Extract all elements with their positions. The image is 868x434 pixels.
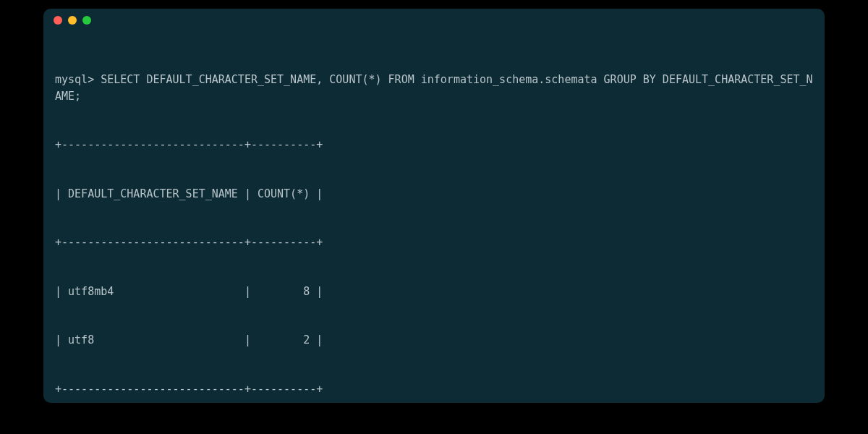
- table-header-row: | DEFAULT_CHARACTER_SET_NAME | COUNT(*) …: [55, 186, 813, 203]
- executed-query-text: SELECT DEFAULT_CHARACTER_SET_NAME, COUNT…: [55, 73, 813, 103]
- table-row: | utf8mb4 | 8 |: [55, 284, 813, 300]
- prompt-label: mysql>: [55, 73, 94, 86]
- terminal-output[interactable]: mysql> SELECT DEFAULT_CHARACTER_SET_NAME…: [43, 32, 825, 403]
- terminal-window[interactable]: mysql> SELECT DEFAULT_CHARACTER_SET_NAME…: [43, 9, 825, 403]
- maximize-icon[interactable]: [82, 16, 91, 25]
- table-border-bottom: +----------------------------+----------…: [55, 381, 813, 398]
- window-titlebar: [43, 9, 825, 32]
- table-border-top: +----------------------------+----------…: [55, 137, 813, 153]
- executed-command-line: mysql> SELECT DEFAULT_CHARACTER_SET_NAME…: [55, 72, 813, 104]
- close-icon[interactable]: [54, 16, 62, 25]
- table-border-mid: +----------------------------+----------…: [55, 234, 813, 251]
- table-row: | utf8 | 2 |: [55, 332, 813, 349]
- minimize-icon[interactable]: [68, 16, 77, 25]
